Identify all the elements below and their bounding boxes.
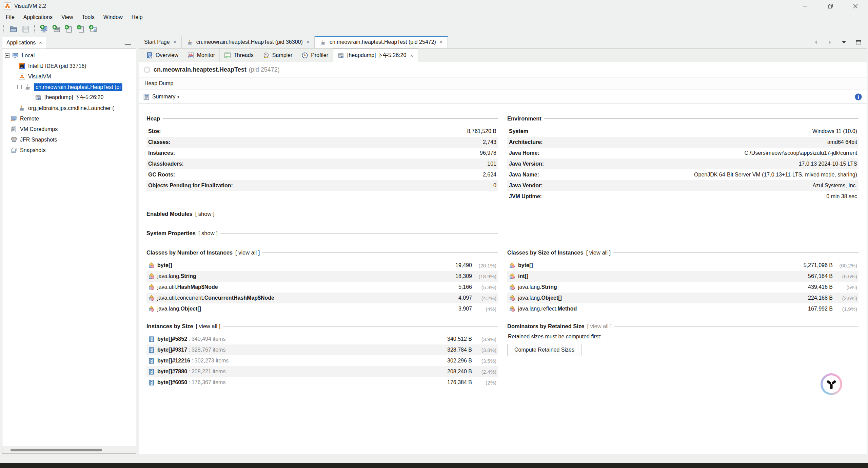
table-row[interactable]: byte[]#6050: 176,367 items176,384 B(2%)	[146, 377, 498, 388]
table-row: JVM Uptime:0 min 38 sec	[507, 191, 859, 202]
tab-sampler[interactable]: Sampler	[258, 49, 297, 62]
tab-heaptest-36300[interactable]: cn.meowrain.heaptest.HeapTest (pid 36300…	[182, 36, 315, 48]
tab-profiler[interactable]: Profiler	[297, 49, 333, 62]
close-icon[interactable]: ×	[440, 39, 442, 45]
close-icon[interactable]: ×	[174, 39, 176, 45]
add-remote-host-button[interactable]	[39, 24, 50, 34]
table-row[interactable]: java.lang.String18,309(18.9%)	[146, 271, 498, 282]
menu-help[interactable]: Help	[127, 13, 147, 21]
tree-item-vm-coredumps[interactable]: VM Coredumps	[2, 124, 136, 134]
table-row: SystemWindows 11 (10.0)	[507, 126, 859, 137]
tree-item-remote[interactable]: Remote	[2, 113, 136, 124]
table-row: Instances:96,978	[146, 148, 498, 158]
close-icon[interactable]: ×	[410, 53, 413, 58]
table-row[interactable]: java.util.HashMap$Node5,166(5.3%)	[146, 282, 498, 293]
title-bar: VisualVM 2.2	[0, 0, 868, 12]
table-row[interactable]: java.lang.String439,416 B(5%)	[507, 282, 859, 293]
intellij-icon	[19, 63, 25, 70]
compute-retained-sizes-button[interactable]: Compute Retained Sizes	[507, 344, 581, 356]
maximize-button[interactable]	[818, 0, 843, 12]
tree-item-visualvm[interactable]: VisualVM	[2, 71, 136, 82]
table-row[interactable]: java.lang.reflect.Method167,992 B(1.9%)	[507, 303, 859, 314]
menu-view[interactable]: View	[57, 13, 77, 21]
table-row[interactable]: byte[]#12216: 302,273 items302,296 B(3.5…	[146, 355, 498, 366]
tree-item-heaptest[interactable]: cn.meowrain.heaptest.HeapTest (pi	[2, 82, 136, 92]
menu-tools[interactable]: Tools	[77, 13, 99, 21]
tab-heaptest-25472[interactable]: cn.meowrain.heaptest.HeapTest (pid 25472…	[315, 36, 448, 48]
table-row[interactable]: byte[]#9317: 328,767 items328,784 B(3.8%…	[146, 344, 498, 355]
tree-item-snapshots[interactable]: Snapshots	[2, 145, 136, 155]
tab-start-page[interactable]: Start Page ×	[139, 36, 182, 48]
add-jmx-connection-button[interactable]	[52, 24, 62, 34]
table-row[interactable]: byte[]5,271,096 B(60.2%)	[507, 260, 859, 271]
tab-overview[interactable]: Overview	[142, 49, 183, 62]
menu-applications[interactable]: Applications	[19, 13, 57, 21]
class-icon	[509, 262, 515, 269]
view-all-link[interactable]: [ view all ]	[196, 323, 220, 330]
show-link[interactable]: [ show ]	[198, 230, 218, 237]
toolbar-grip[interactable]	[34, 25, 36, 33]
collapse-handle-icon[interactable]	[5, 53, 9, 58]
panel-minimize-button[interactable]: —	[125, 42, 131, 46]
view-selector[interactable]: Summary	[152, 94, 175, 100]
tree-item-intellij[interactable]: IntelliJ IDEA (pid 33716)	[2, 61, 136, 71]
table-row: Java Name:OpenJDK 64-Bit Server VM (17.0…	[507, 169, 859, 180]
tab-list-dropdown-icon[interactable]	[842, 41, 846, 44]
monitor-chart-icon	[188, 52, 194, 59]
table-row: Java Home:C:\Users\meowr\scoop\apps\zulu…	[507, 148, 859, 158]
table-row[interactable]: java.lang.Object[]3,907(4%)	[146, 303, 498, 314]
table-row[interactable]: byte[]19,490(20.1%)	[146, 260, 498, 271]
panel-splitter[interactable]	[136, 36, 139, 454]
table-row[interactable]: int[]567,184 B(6.5%)	[507, 271, 859, 282]
threads-icon	[224, 52, 231, 59]
table-row: Objects Pending for Finalization:0	[146, 180, 498, 191]
class-icon	[509, 306, 515, 312]
tree-item-jfr-snapshots[interactable]: JFR Snapshots	[2, 134, 136, 145]
computer-icon	[12, 52, 19, 59]
tab-threads[interactable]: Threads	[220, 49, 258, 62]
applications-panel: Applications × — Local IntelliJ IDEA (pi…	[2, 36, 136, 454]
table-row[interactable]: byte[]#5852: 340,494 items340,512 B(3.9%…	[146, 334, 498, 344]
collapse-handle-icon[interactable]	[17, 85, 22, 89]
menu-file[interactable]: File	[1, 13, 19, 21]
sampler-icon	[263, 52, 270, 59]
tab-monitor[interactable]: Monitor	[183, 49, 220, 62]
info-icon[interactable]	[855, 93, 862, 100]
scroll-tabs-left-icon[interactable]	[814, 40, 818, 44]
add-vm-coredump-button[interactable]	[64, 24, 74, 34]
tree-item-launcher[interactable]: org.jetbrains.jps.cmdline.Launcher (	[2, 103, 136, 113]
load-snapshot-button[interactable]	[8, 24, 19, 34]
scrollbar-thumb[interactable]	[11, 449, 102, 451]
show-link[interactable]: [ show ]	[195, 211, 215, 217]
maximize-view-icon[interactable]	[856, 40, 861, 44]
table-row[interactable]: java.lang.Object[]224,168 B(2.6%)	[507, 293, 859, 303]
scroll-tabs-right-icon[interactable]	[828, 40, 832, 44]
section-title: Environment	[507, 115, 541, 122]
close-icon[interactable]: ×	[307, 39, 309, 45]
instance-icon	[148, 369, 155, 375]
chevron-down-icon[interactable]: ▾	[177, 95, 179, 99]
tree-item-local[interactable]: Local	[2, 50, 136, 61]
add-snapshot-button[interactable]	[88, 24, 98, 34]
menu-window[interactable]: Window	[99, 13, 127, 21]
system-properties-section: System Properties[ show ]	[146, 230, 498, 241]
application-header: cn.meowrain.heaptest.HeapTest (pid 25472…	[139, 62, 867, 77]
table-row[interactable]: java.util.concurrent.ConcurrentHashMap$N…	[146, 293, 498, 303]
view-all-link[interactable]: [ view all ]	[586, 249, 611, 256]
visualvm-logo-icon	[3, 2, 12, 10]
minimize-button[interactable]	[793, 0, 818, 12]
tab-applications[interactable]: Applications ×	[2, 37, 46, 49]
table-row[interactable]: byte[]#7880: 208,221 items208,240 B(2.4%…	[146, 366, 498, 377]
view-all-link[interactable]: [ view all ]	[235, 249, 260, 256]
close-icon[interactable]: ×	[39, 40, 42, 45]
add-jfr-snapshot-button[interactable]	[76, 24, 86, 34]
tab-heapdump[interactable]: [heapdump] 下午5:26:20 ×	[333, 49, 418, 62]
table-row: Classloaders:101	[146, 158, 498, 169]
toolbar-grip[interactable]	[3, 25, 5, 33]
close-button[interactable]	[843, 0, 868, 12]
summary-content: Heap Size:8,761,520 B Classes:2,743 Inst…	[139, 104, 867, 454]
tree-item-heapdump[interactable]: [heapdump] 下午5:26:20	[2, 92, 136, 103]
jfr-icon	[11, 136, 17, 143]
document-tab-strip: Start Page × cn.meowrain.heaptest.HeapTe…	[139, 36, 867, 49]
horizontal-scrollbar[interactable]	[2, 446, 136, 453]
